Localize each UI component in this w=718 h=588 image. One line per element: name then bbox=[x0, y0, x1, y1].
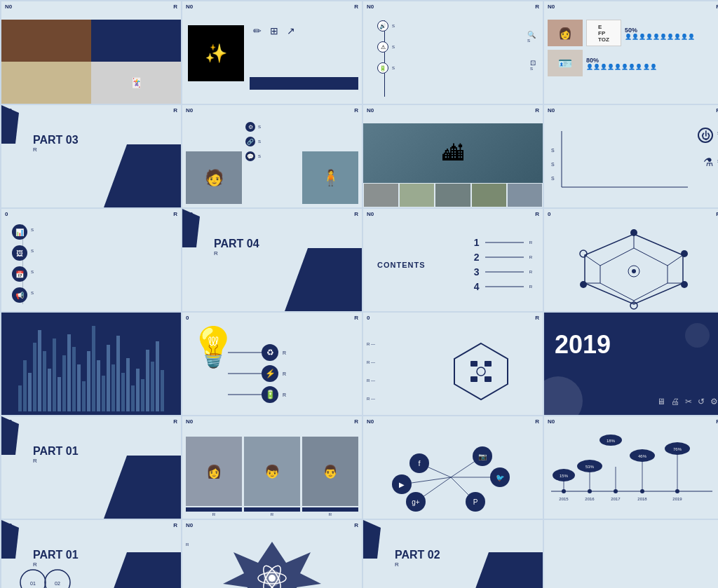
hex-item-3: R — bbox=[367, 378, 423, 383]
slide-11-label: N0 R bbox=[363, 209, 543, 217]
hex-item-1: R — bbox=[367, 342, 423, 346]
slide-9: 0 R 📊 🖼 📅 📢 S S S S bbox=[1, 209, 181, 311]
svg-line-12 bbox=[585, 255, 600, 266]
slide-1: N0 R 🃏 bbox=[1, 1, 181, 104]
part-number: PART 01 bbox=[33, 548, 79, 561]
svg-text:🔋: 🔋 bbox=[265, 389, 276, 399]
contents-list: 1 R 2 R 3 R 4 R bbox=[474, 233, 532, 296]
bar-28 bbox=[151, 362, 154, 411]
svg-text:2015: 2015 bbox=[559, 497, 569, 501]
hex-layout: R — R — R — R — bbox=[367, 331, 539, 411]
lightbulb-content: 💡 ♻ ⚡ 🔋 R R R bbox=[182, 321, 362, 415]
eq-bars bbox=[18, 326, 164, 411]
label-n: N0 bbox=[367, 107, 374, 114]
dials-svg: 01 02 bbox=[19, 567, 75, 588]
bar-24 bbox=[131, 385, 135, 411]
svg-text:R: R bbox=[283, 371, 286, 376]
label-r: R bbox=[173, 4, 177, 10]
svg-text:P: P bbox=[473, 498, 478, 506]
svg-point-20 bbox=[632, 269, 636, 273]
svg-text:76%: 76% bbox=[673, 447, 682, 451]
stat-pct-2: 80% bbox=[586, 57, 718, 64]
strip-3 bbox=[435, 184, 470, 207]
content-num-3: 3 bbox=[474, 266, 480, 278]
part-text: PART 04 R bbox=[214, 237, 259, 257]
hexagon-map bbox=[544, 217, 718, 311]
photo-cell-card: 🃏 bbox=[91, 62, 181, 104]
list-text-3: S bbox=[258, 154, 261, 158]
person-photo-2: 👦 bbox=[244, 437, 300, 506]
bar-15 bbox=[87, 351, 90, 411]
label-r: R bbox=[173, 107, 177, 114]
svg-rect-34 bbox=[470, 361, 477, 367]
bar-9 bbox=[57, 377, 61, 411]
svg-point-93 bbox=[269, 575, 276, 582]
label-n: N0 bbox=[367, 4, 374, 10]
person-icons-2: 👤👤👤👤👤👤👤👤 👤👤 bbox=[586, 64, 718, 70]
label-r: R bbox=[354, 211, 358, 217]
part-text: PART 02 R bbox=[395, 548, 440, 568]
power-icon: ⏻ bbox=[698, 128, 713, 143]
slide-6: N0 R 🧑 🧍 ⚙ S 🔗 S 💬 S bbox=[182, 105, 362, 207]
bar-5 bbox=[38, 330, 41, 411]
slide-20-label: N0 R bbox=[544, 416, 718, 425]
label-n: 0 bbox=[367, 315, 370, 321]
flow-icon-warning: ⚠ bbox=[377, 41, 388, 53]
list-text-2: S bbox=[258, 139, 261, 144]
hex-item-4: R — bbox=[367, 397, 423, 401]
slide-12: 0 R bbox=[544, 209, 718, 311]
slide-1-label: N0 R bbox=[1, 1, 181, 10]
slide-7-label: N0 R bbox=[363, 105, 543, 114]
round-icon-4: 📢 bbox=[12, 287, 27, 303]
slide-3: N0 R 🔊 S ⚠ S 🔋 S 🔍 S ⊡ S bbox=[363, 1, 543, 104]
list-icon-1: ⚙ bbox=[245, 122, 255, 132]
flow-diagram: 🔊 S ⚠ S 🔋 S 🔍 S ⊡ S bbox=[363, 10, 543, 104]
label-r: R bbox=[354, 107, 358, 114]
svg-text:15%: 15% bbox=[560, 474, 569, 478]
label-r: R bbox=[535, 211, 539, 217]
bar-13 bbox=[77, 364, 81, 411]
list-photos-content: 🧑 🧍 ⚙ S 🔗 S 💬 S bbox=[182, 114, 362, 207]
label-r: R bbox=[173, 522, 177, 528]
person-icon: 👤👤👤👤👤👤👤👤👤👤 bbox=[625, 34, 695, 40]
woman-image: 👩 bbox=[548, 20, 583, 46]
strip-5 bbox=[508, 184, 542, 207]
label-r: R bbox=[535, 107, 539, 114]
share-icon: ↗ bbox=[287, 25, 295, 36]
bar-18 bbox=[102, 376, 105, 411]
part-text: PART 03 R bbox=[33, 133, 79, 153]
photo-strip bbox=[363, 183, 543, 207]
flow-item-3: 🔋 S bbox=[377, 62, 395, 74]
content-text-2: R bbox=[529, 255, 532, 259]
social-icons-content: f 📷 ▶ 🐦 g+ P bbox=[363, 425, 543, 519]
flow-icon-battery: 🔋 bbox=[377, 62, 388, 74]
person-1: 👩 R bbox=[186, 437, 242, 517]
part-number: PART 03 bbox=[33, 133, 79, 146]
bar-27 bbox=[146, 350, 149, 411]
content-item-1: 1 R bbox=[474, 237, 532, 248]
person-icon-2: 👤👤👤👤👤👤👤👤 bbox=[586, 64, 642, 70]
content-num-1: 1 bbox=[474, 237, 480, 248]
svg-point-15 bbox=[681, 281, 688, 288]
city-photos: 🏙 bbox=[363, 114, 543, 207]
content-item-3: 3 R bbox=[474, 266, 532, 278]
right-photo: 🧍 bbox=[302, 151, 358, 204]
bar-20 bbox=[111, 364, 115, 411]
bar-22 bbox=[121, 373, 125, 411]
left-items: R — R — R — R — bbox=[367, 331, 423, 411]
left-shape bbox=[363, 520, 381, 559]
stat-pct-1: 50% bbox=[625, 27, 718, 34]
part-sub: R bbox=[33, 146, 79, 153]
eye-chart: EFPTOZ bbox=[586, 20, 621, 46]
icon-label-1: S bbox=[31, 228, 34, 232]
left-photo: 🧑 bbox=[186, 151, 242, 204]
social-svg: f 📷 ▶ 🐦 g+ P bbox=[363, 435, 538, 519]
round-icon-3: 📅 bbox=[12, 266, 27, 282]
slide-15-label: 0 R bbox=[363, 313, 543, 321]
slide-5-label: N0 R bbox=[1, 105, 181, 114]
person-photo-1: 👩 bbox=[186, 437, 242, 506]
svg-point-13 bbox=[630, 229, 637, 236]
person-bar-3 bbox=[302, 507, 358, 512]
slide-22: N0 R R bbox=[182, 520, 362, 588]
svg-text:2016: 2016 bbox=[585, 497, 595, 501]
